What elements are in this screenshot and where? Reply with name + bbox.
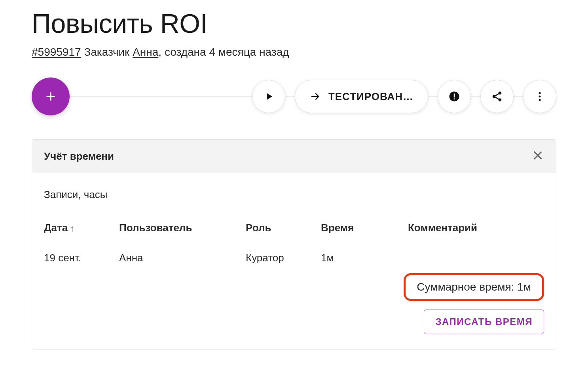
time-tracking-panel: Учёт времени Записи, часы Дата↑ Пользова… bbox=[32, 139, 556, 349]
play-icon bbox=[263, 91, 275, 102]
col-time[interactable]: Время bbox=[309, 213, 396, 243]
status-label: ТЕСТИРОВАН… bbox=[328, 91, 413, 103]
time-entries-table: Дата↑ Пользователь Роль Время Комментари… bbox=[32, 213, 556, 273]
share-icon bbox=[491, 91, 503, 102]
section-title: Записи, часы bbox=[32, 185, 556, 213]
sort-asc-icon: ↑ bbox=[70, 223, 74, 234]
cell-date: 19 сент. bbox=[32, 243, 107, 273]
svg-point-5 bbox=[499, 98, 502, 102]
svg-rect-1 bbox=[454, 94, 455, 98]
summary-value: 1м bbox=[517, 281, 531, 293]
svg-point-6 bbox=[539, 92, 541, 94]
cell-time: 1м bbox=[309, 243, 396, 273]
col-user[interactable]: Пользователь bbox=[107, 213, 234, 243]
share-button[interactable] bbox=[480, 80, 514, 113]
close-icon bbox=[531, 149, 544, 162]
alert-icon bbox=[448, 91, 460, 102]
svg-rect-2 bbox=[454, 98, 455, 100]
created-ago: , создана 4 месяца назад bbox=[158, 46, 289, 58]
cell-user: Анна bbox=[107, 243, 234, 273]
cell-comment bbox=[396, 243, 556, 273]
toolbar: ТЕСТИРОВАН… bbox=[32, 77, 556, 115]
summary-label: Суммарное время: bbox=[417, 281, 517, 293]
more-button[interactable] bbox=[523, 80, 556, 113]
col-date[interactable]: Дата↑ bbox=[32, 213, 107, 243]
play-button[interactable] bbox=[252, 80, 285, 113]
svg-point-8 bbox=[539, 99, 541, 101]
col-date-label: Дата bbox=[44, 222, 68, 234]
panel-header: Учёт времени bbox=[32, 140, 556, 173]
ticket-id-link[interactable]: #5995917 bbox=[32, 46, 81, 58]
col-comment[interactable]: Комментарий bbox=[396, 213, 556, 243]
meta-line: #5995917 Заказчик Анна, создана 4 месяца… bbox=[32, 46, 556, 59]
add-button[interactable] bbox=[32, 77, 70, 115]
log-time-button[interactable]: ЗАПИСАТЬ ВРЕМЯ bbox=[424, 310, 544, 334]
status-button[interactable]: ТЕСТИРОВАН… bbox=[295, 80, 428, 113]
table-row[interactable]: 19 сент. Анна Куратор 1м bbox=[32, 243, 556, 273]
svg-point-3 bbox=[499, 92, 502, 95]
plus-icon bbox=[44, 89, 58, 104]
close-button[interactable] bbox=[531, 149, 544, 163]
page-title: Повысить ROI bbox=[32, 8, 556, 39]
cell-role: Куратор bbox=[234, 243, 309, 273]
arrow-right-icon bbox=[309, 91, 321, 102]
customer-name-link[interactable]: Анна bbox=[133, 46, 158, 58]
summary-time: Суммарное время: 1м bbox=[404, 273, 544, 301]
col-role[interactable]: Роль bbox=[234, 213, 309, 243]
svg-point-7 bbox=[539, 96, 541, 98]
more-vertical-icon bbox=[534, 91, 546, 102]
panel-title: Учёт времени bbox=[44, 150, 114, 162]
alert-button[interactable] bbox=[438, 80, 471, 113]
svg-point-4 bbox=[493, 95, 496, 98]
customer-label-text: Заказчик bbox=[84, 46, 129, 58]
